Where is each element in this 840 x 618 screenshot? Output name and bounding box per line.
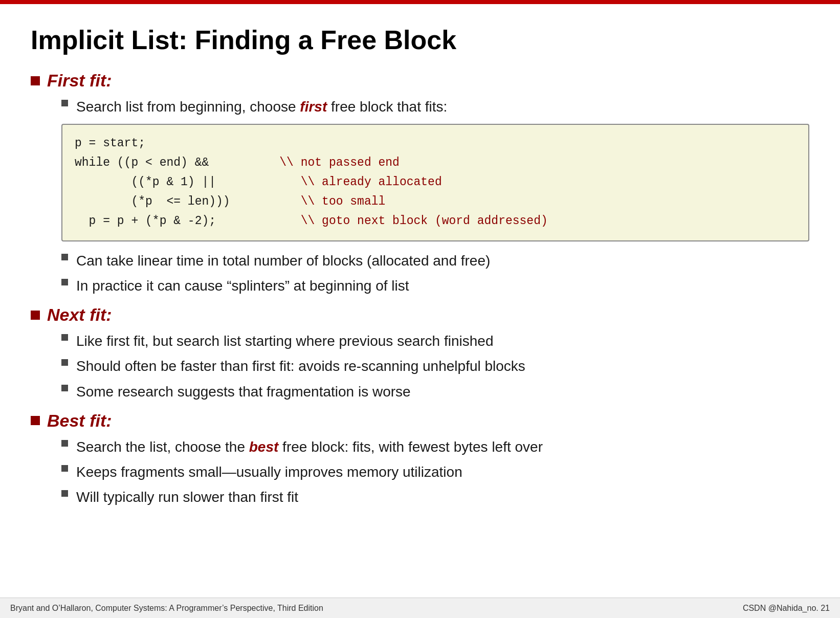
best-fit-sub3: Will typically run slower than first fit xyxy=(61,487,809,507)
footer-page: CSDN @Nahida_no. 21 xyxy=(743,604,830,613)
footer: Bryant and O’Hallaron, Computer Systems:… xyxy=(0,598,840,618)
bullet-small-first-fit-2 xyxy=(61,279,68,285)
footer-citation: Bryant and O’Hallaron, Computer Systems:… xyxy=(10,604,323,613)
code-red-5: \\ goto next block (word addressed) xyxy=(301,212,548,231)
first-fit-sub1-text: Can take linear time in total number of … xyxy=(76,251,490,271)
bullet-square-next-fit xyxy=(31,311,40,320)
top-bar xyxy=(0,0,840,4)
code-red-4: \\ too small xyxy=(301,192,386,212)
code-block-first-fit: p = start; while ((p < end) && \\ not pa… xyxy=(61,124,809,241)
code-red-2: \\ not passed end xyxy=(279,153,400,173)
page-title: Implicit List: Finding a Free Block xyxy=(31,25,809,55)
first-fit-highlight: first xyxy=(300,99,327,115)
best-fit-sub3-text: Will typically run slower than first fit xyxy=(76,487,298,507)
bullet-small-first-fit-1 xyxy=(61,254,68,260)
section-title-first-fit: First fit: xyxy=(47,71,112,91)
best-fit-highlight: best xyxy=(249,439,279,455)
next-fit-sub2: Should often be faster than first fit: a… xyxy=(61,356,809,376)
bullet-small-first-fit-desc xyxy=(61,100,68,106)
bullet-square-first-fit xyxy=(31,76,40,85)
best-fit-items: Search the list, choose the best free bl… xyxy=(61,437,809,507)
code-black-3: ((*p & 1) || xyxy=(75,173,301,192)
next-fit-sub1: Like first fit, but search list starting… xyxy=(61,331,809,351)
bullet-small-best-fit-2 xyxy=(61,465,68,472)
next-fit-sub3-text: Some research suggests that fragmentatio… xyxy=(76,382,411,402)
code-line-5: p = p + (*p & -2); \\ goto next block (w… xyxy=(75,212,796,231)
bullet-small-next-fit-3 xyxy=(61,385,68,391)
best-fit-sub2-text: Keeps fragments small—usually improves m… xyxy=(76,462,462,482)
section-next-fit: Next fit: Like first fit, but search lis… xyxy=(31,305,809,402)
next-fit-sub2-text: Should often be faster than first fit: a… xyxy=(76,356,525,376)
first-fit-description: Search list from beginning, choose first… xyxy=(61,97,809,117)
section-header-first-fit: First fit: xyxy=(31,71,809,91)
best-fit-sub1: Search the list, choose the best free bl… xyxy=(61,437,809,457)
bullet-small-next-fit-1 xyxy=(61,334,68,341)
bullet-small-next-fit-2 xyxy=(61,359,68,366)
bullet-small-best-fit-1 xyxy=(61,440,68,447)
best-fit-sub2: Keeps fragments small—usually improves m… xyxy=(61,462,809,482)
best-fit-sub1-text: Search the list, choose the best free bl… xyxy=(76,437,543,457)
first-fit-sub1: Can take linear time in total number of … xyxy=(61,251,809,271)
section-title-next-fit: Next fit: xyxy=(47,305,112,325)
code-black-1: p = start; xyxy=(75,134,329,153)
code-line-1: p = start; xyxy=(75,134,796,153)
code-red-3: \\ already allocated xyxy=(301,173,442,192)
section-header-next-fit: Next fit: xyxy=(31,305,809,325)
next-fit-sub1-text: Like first fit, but search list starting… xyxy=(76,331,493,351)
section-first-fit: First fit: Search list from beginning, c… xyxy=(31,71,809,296)
section-title-best-fit: Best fit: xyxy=(47,411,112,431)
first-fit-desc-text: Search list from beginning, choose first… xyxy=(76,97,447,117)
code-line-4: (*p <= len))) \\ too small xyxy=(75,192,796,212)
code-line-3: ((*p & 1) || \\ already allocated xyxy=(75,173,796,192)
section-header-best-fit: Best fit: xyxy=(31,411,809,431)
code-black-4: (*p <= len))) xyxy=(75,192,301,212)
next-fit-items: Like first fit, but search list starting… xyxy=(61,331,809,402)
code-line-2: while ((p < end) && \\ not passed end xyxy=(75,153,796,173)
next-fit-sub3: Some research suggests that fragmentatio… xyxy=(61,382,809,402)
first-fit-sub2: In practice it can cause “splinters” at … xyxy=(61,276,809,296)
main-content: Implicit List: Finding a Free Block Firs… xyxy=(0,4,840,598)
code-black-2: while ((p < end) && xyxy=(75,153,279,173)
code-black-5: p = p + (*p & -2); xyxy=(75,212,301,231)
first-fit-intro: Search list from beginning, choose first… xyxy=(61,97,809,296)
section-best-fit: Best fit: Search the list, choose the be… xyxy=(31,411,809,507)
bullet-small-best-fit-3 xyxy=(61,490,68,497)
bullet-square-best-fit xyxy=(31,416,40,425)
first-fit-sub2-text: In practice it can cause “splinters” at … xyxy=(76,276,409,296)
